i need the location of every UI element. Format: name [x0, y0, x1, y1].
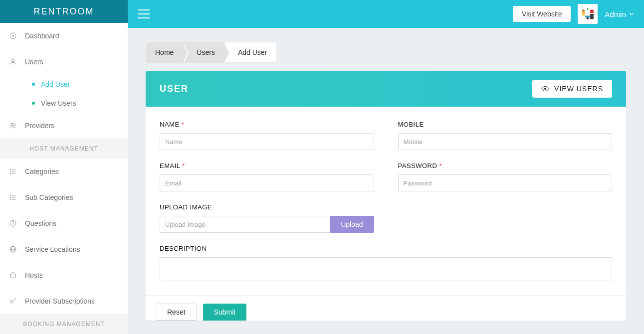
user-icon	[8, 58, 18, 66]
list-icon	[8, 167, 18, 175]
svg-point-31	[544, 88, 546, 90]
sidebar-item-label: Dashboard	[25, 32, 59, 40]
sidebar-item-label: Add User	[41, 80, 70, 88]
description-label: DESCRIPTION	[160, 245, 612, 252]
required-marker: *	[439, 162, 442, 169]
admin-dropdown[interactable]: Admin	[605, 10, 634, 18]
upload-image-input[interactable]	[160, 216, 330, 233]
avatar[interactable]	[578, 4, 598, 24]
visit-website-button[interactable]: Visit Website	[513, 6, 571, 22]
list-icon	[8, 193, 18, 201]
field-description: DESCRIPTION	[160, 245, 612, 281]
dashboard-icon	[8, 32, 18, 40]
svg-point-16	[10, 199, 10, 199]
sidebar-item-label: Sub Categories	[25, 193, 73, 201]
active-dot-icon	[32, 83, 35, 86]
sidebar-item-provider-subscriptions[interactable]: Provider Subscriptions	[0, 288, 128, 314]
field-name: NAME *	[160, 121, 374, 150]
sidebar-item-dashboard[interactable]: Dashboard	[0, 23, 128, 49]
email-input[interactable]	[160, 174, 374, 191]
admin-label: Admin	[605, 10, 626, 18]
mobile-input[interactable]	[398, 133, 613, 150]
card-actions: Reset Submit	[146, 295, 626, 321]
globe-icon	[8, 245, 18, 253]
password-input[interactable]	[398, 174, 613, 191]
sidebar-item-label: Providers	[25, 122, 54, 130]
question-icon	[8, 219, 18, 227]
sidebar-item-service-locations[interactable]: Service Locations	[0, 236, 128, 262]
sidebar-item-sub-categories[interactable]: Sub Categories	[0, 184, 128, 210]
svg-point-26	[582, 9, 585, 12]
email-label: EMAIL *	[160, 162, 374, 169]
nav-section-host-management: HOST MANAGEMENT	[0, 139, 128, 159]
sidebar-item-label: Categories	[25, 167, 59, 175]
sidebar-sub-users: Add User View Users	[0, 75, 128, 113]
svg-rect-28	[591, 14, 594, 19]
sidebar-item-hosts[interactable]: Hosts	[0, 262, 128, 288]
svg-rect-27	[591, 10, 594, 13]
svg-rect-25	[582, 11, 586, 16]
reset-button[interactable]: Reset	[156, 304, 197, 321]
svg-point-1	[12, 35, 13, 36]
header-right: Visit Website Admin	[513, 4, 634, 24]
sidebar-item-label: Questions	[25, 219, 56, 227]
breadcrumb: Home Users Add User	[146, 42, 276, 63]
svg-point-30	[587, 17, 589, 19]
svg-point-9	[10, 171, 10, 171]
svg-point-22	[10, 301, 13, 303]
sidebar-item-questions[interactable]: Questions	[0, 210, 128, 236]
sidebar-item-label: Hosts	[25, 271, 43, 279]
svg-point-14	[10, 195, 10, 195]
breadcrumb-add-user: Add User	[224, 42, 276, 62]
breadcrumb-home[interactable]: Home	[146, 42, 183, 62]
name-label: NAME *	[160, 121, 374, 128]
sidebar-item-providers[interactable]: Providers	[0, 113, 128, 139]
card-title: USER	[160, 84, 189, 94]
sidebar-item-view-users[interactable]: View Users	[32, 94, 128, 113]
required-marker: *	[182, 121, 185, 128]
submit-button[interactable]: Submit	[203, 304, 247, 321]
svg-point-4	[13, 124, 15, 126]
svg-point-24	[587, 8, 589, 9]
user-card: USER VIEW USERS NAME *	[146, 71, 626, 321]
sidebar-nav: Dashboard Users Add User View Users	[0, 23, 128, 334]
description-input[interactable]	[160, 257, 612, 281]
password-label: PASSWORD *	[398, 162, 613, 169]
hamburger-icon[interactable]	[138, 9, 150, 18]
eye-icon	[541, 86, 549, 92]
brand-logo[interactable]: RENTROOM	[0, 0, 128, 23]
upload-button[interactable]: Upload	[330, 216, 374, 233]
nav-section-booking-management: BOOKING MANAGEMENT	[0, 314, 128, 334]
view-users-label: VIEW USERS	[554, 85, 603, 93]
chevron-down-icon	[629, 12, 634, 15]
view-users-button[interactable]: VIEW USERS	[532, 80, 612, 98]
field-password: PASSWORD *	[398, 162, 613, 191]
field-mobile: MOBILE	[398, 121, 613, 150]
sidebar-item-label: View Users	[41, 99, 76, 107]
required-marker: *	[182, 162, 185, 169]
users-icon	[8, 122, 18, 130]
sidebar: RENTROOM Dashboard Users Add User	[0, 0, 128, 334]
card-body: NAME * MOBILE EMAIL *	[146, 107, 626, 295]
svg-point-2	[11, 59, 14, 62]
main: Visit Website Admin	[128, 0, 644, 334]
svg-point-18	[12, 225, 13, 225]
sidebar-item-users[interactable]: Users	[0, 49, 128, 75]
field-upload-image: UPLOAD IMAGE Upload	[160, 203, 374, 233]
sidebar-item-categories[interactable]: Categories	[0, 159, 128, 184]
mobile-label: MOBILE	[398, 121, 613, 128]
sidebar-item-label: Provider Subscriptions	[25, 297, 95, 305]
svg-point-3	[11, 123, 13, 126]
content: Home Users Add User USER VIEW USERS	[128, 28, 644, 334]
card-header: USER VIEW USERS	[146, 71, 626, 107]
sidebar-item-label: Service Locations	[25, 245, 80, 253]
svg-point-15	[10, 197, 10, 197]
field-email: EMAIL *	[160, 162, 374, 191]
sidebar-item-add-user[interactable]: Add User	[32, 75, 128, 94]
header: Visit Website Admin	[128, 0, 644, 28]
name-input[interactable]	[160, 133, 374, 150]
key-icon	[8, 297, 18, 305]
breadcrumb-users[interactable]: Users	[183, 42, 224, 62]
svg-point-8	[10, 169, 10, 169]
sidebar-item-label: Users	[25, 58, 43, 66]
